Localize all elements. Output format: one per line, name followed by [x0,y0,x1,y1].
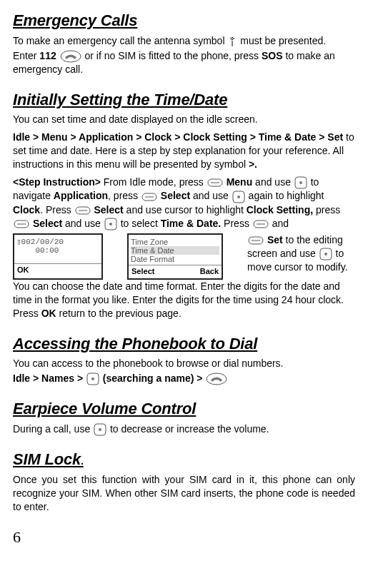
softlabel-ok: OK [17,265,29,275]
svg-point-15 [109,223,112,225]
section-emergency: Emergency Calls To make an emergency cal… [13,10,355,76]
navkey-icon [232,191,245,203]
softkey-icon [248,236,264,245]
para-phonebook-1: You can access to the phonebook to brows… [13,357,355,370]
para-earpiece: During a call, use to decrease or increa… [13,422,355,436]
para-time-steps: <Step Instruction> From Idle mode, press… [13,176,355,230]
right-instruction-column: Set to the editing screen and use to mov… [247,233,355,280]
svg-point-23 [91,377,94,380]
heading-phonebook: Accessing the Phonebook to Dial [13,333,355,355]
page-number: 6 [13,527,355,548]
screenshot-row: ▯002/00/20 00:00 OK Time Zone Time & Dat… [13,233,355,280]
softkey-icon [141,193,157,201]
svg-point-9 [237,196,240,198]
para-emergency-2: Enter 112 or if no SIM is fitted to the … [13,49,355,76]
para-emergency-1: To make an emergency call the antenna sy… [13,34,355,48]
softkey-icon [207,178,223,187]
svg-point-5 [299,181,302,184]
heading-emergency: Emergency Calls [13,10,355,31]
section-time-date: Initially Setting the Time/Date You can … [13,89,355,320]
heading-sim-lock: SIM Lock. [13,449,355,470]
para-time-1: You can set time and date displayed on t… [13,113,355,126]
svg-point-21 [324,253,327,255]
navkey-icon [294,176,307,189]
navkey-icon [94,423,106,436]
section-sim-lock: SIM Lock. Once you set this function wit… [13,449,355,513]
call-icon [60,50,81,63]
phone-screenshot-menu: Time Zone Time & DateDate Format SelectB… [127,233,223,280]
softlabel-select: Select [131,266,154,277]
svg-point-26 [99,428,101,431]
section-phonebook: Accessing the Phonebook to Dial You can … [13,333,355,386]
softkey-icon [75,206,91,215]
navkey-icon [319,248,332,260]
para-phonebook-path: Idle > Names > (searching a name) > [13,372,355,385]
para-sim: Once you set this function with your SIM… [13,473,355,514]
phone-screenshot-date-entry: ▯002/00/20 00:00 OK [13,233,103,280]
para-time-tail: You can choose the date and time format.… [13,280,355,320]
para-time-nav: Idle > Menu > Application > Clock > Cloc… [13,131,355,171]
softkey-icon [14,220,29,228]
navkey-icon [104,218,117,230]
section-earpiece: Earpiece Volume Control During a call, u… [13,398,355,436]
svg-point-0 [232,37,233,39]
call-icon [206,372,227,385]
heading-earpiece: Earpiece Volume Control [13,398,355,420]
softlabel-back: Back [200,266,219,277]
antenna-icon [228,36,237,46]
heading-time: Initially Setting the Time/Date [13,89,355,111]
navkey-icon [86,372,99,385]
softkey-icon [253,220,269,228]
